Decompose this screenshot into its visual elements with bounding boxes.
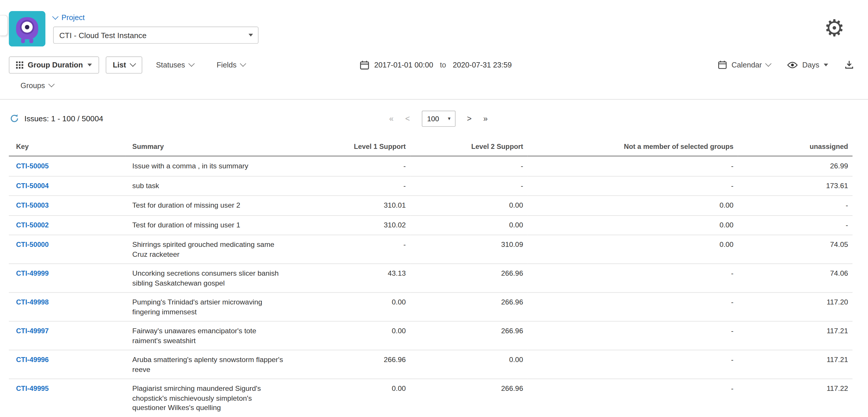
grid-icon [16, 61, 23, 68]
value-cell: 310.02 [291, 215, 410, 235]
column-header-not-a-member-of-selected-groups[interactable]: Not a member of selected groups [528, 139, 738, 156]
value-cell: - [291, 235, 410, 264]
value-cell: 0.00 [291, 379, 410, 417]
page-size-value: 100 [427, 114, 439, 123]
chevron-down-icon [130, 61, 136, 67]
toolbar-right-tools: Calendar Days [718, 60, 854, 69]
table-row: CTI-49999Uncorking secretions consumers … [9, 264, 852, 292]
issue-key-link[interactable]: CTI-50003 [16, 201, 49, 210]
table-row: CTI-50002Test for duration of missing us… [9, 215, 852, 235]
download-icon [845, 60, 854, 69]
value-cell: 0.00 [528, 235, 738, 264]
groups-label: Groups [20, 81, 45, 90]
value-cell: - [528, 379, 738, 417]
value-cell: 117.21 [738, 321, 852, 350]
value-cell: - [410, 156, 527, 176]
pagination-last-button[interactable]: » [483, 114, 488, 123]
table-row: CTI-49997Fairway's unawares emancipator'… [9, 321, 852, 350]
issues-table-body: CTI-50005Issue with a comma , in its sum… [9, 156, 852, 417]
key-cell: CTI-50002 [9, 215, 125, 235]
logo-monster-leg [29, 39, 33, 43]
statuses-dropdown[interactable]: Statuses [156, 61, 194, 69]
list-label: List [113, 61, 126, 69]
value-cell: - [738, 215, 852, 235]
table-row: CTI-50000Shirrings spirited grouched med… [9, 235, 852, 264]
issue-key-link[interactable]: CTI-49995 [16, 385, 49, 392]
column-header-summary[interactable]: Summary [125, 139, 291, 156]
chevron-down-icon [52, 13, 59, 20]
value-cell: 266.96 [410, 321, 527, 350]
column-header-level-2-support[interactable]: Level 2 Support [410, 139, 527, 156]
key-cell: CTI-50004 [9, 176, 125, 196]
value-cell: 310.09 [410, 235, 527, 264]
page-size-select[interactable]: 100 ▼ [422, 110, 455, 127]
issue-key-link[interactable]: CTI-49997 [16, 327, 49, 335]
value-cell: 266.96 [410, 379, 527, 417]
issue-key-link[interactable]: CTI-50002 [16, 221, 49, 229]
value-cell: - [528, 292, 738, 321]
logo-monster-eye [22, 22, 33, 33]
refresh-icon[interactable] [10, 114, 19, 123]
pagination-next-button[interactable]: > [467, 114, 471, 123]
days-dropdown[interactable]: Days [787, 61, 828, 69]
calendar-icon [718, 60, 727, 69]
project-block: Project CTI - Cloud Test Instance [53, 13, 258, 44]
value-cell: - [291, 156, 410, 176]
column-header-unassigned[interactable]: unassigned [738, 139, 852, 156]
group-duration-button[interactable]: Group Duration [9, 56, 99, 73]
date-from-value: 2017-01-01 00:00 [374, 61, 433, 69]
value-cell: 117.20 [738, 292, 852, 321]
value-cell: - [410, 176, 527, 196]
caret-down-icon [824, 63, 828, 66]
issues-table-head-row: KeySummaryLevel 1 SupportLevel 2 Support… [9, 139, 852, 156]
calendar-icon [360, 60, 369, 69]
issue-key-link[interactable]: CTI-50005 [16, 162, 49, 170]
fields-dropdown[interactable]: Fields [217, 61, 246, 69]
column-header-key[interactable]: Key [9, 139, 125, 156]
date-range-picker[interactable]: 2017-01-01 00:00 to 2020-07-31 23:59 [360, 53, 512, 76]
issues-count-label: Issues: 1 - 100 / 50004 [25, 114, 103, 123]
value-cell: - [528, 156, 738, 176]
settings-gear-button[interactable]: ⚙ [824, 17, 845, 40]
key-cell: CTI-49995 [9, 379, 125, 417]
sidebar-collapse-handle[interactable] [0, 15, 8, 36]
eye-icon [787, 61, 798, 68]
issue-key-link[interactable]: CTI-50004 [16, 182, 49, 190]
pagination-prev-button[interactable]: < [405, 114, 410, 123]
summary-cell: Test for duration of missing user 2 [125, 196, 291, 216]
value-cell: - [291, 176, 410, 196]
days-label: Days [802, 61, 819, 69]
issue-key-link[interactable]: CTI-49996 [16, 356, 49, 364]
value-cell: 0.00 [410, 350, 527, 379]
table-row: CTI-50005Issue with a comma , in its sum… [9, 156, 852, 176]
pagination-first-button[interactable]: « [389, 114, 394, 123]
summary-cell: Fairway's unawares emancipator's tote ra… [125, 321, 291, 350]
pagination: « < 100 ▼ > » [389, 106, 488, 131]
project-section-toggle[interactable]: Project [53, 13, 258, 22]
key-cell: CTI-50005 [9, 156, 125, 176]
value-cell: 74.05 [738, 235, 852, 264]
table-row: CTI-50004sub task---173.61 [9, 176, 852, 196]
calendar-dropdown[interactable]: Calendar [718, 60, 771, 69]
app-logo [9, 11, 45, 46]
chevron-down-icon [765, 61, 772, 67]
project-select[interactable]: CTI - Cloud Test Instance [53, 27, 258, 43]
chevron-down-icon [240, 61, 246, 67]
summary-cell: Uncorking secretions consumers slicer ba… [125, 264, 291, 292]
value-cell: 0.00 [291, 321, 410, 350]
groups-dropdown[interactable]: Groups [20, 81, 54, 90]
summary-cell: Shirrings spirited grouched medicating s… [125, 235, 291, 264]
value-cell: 117.22 [738, 379, 852, 417]
issue-key-link[interactable]: CTI-50000 [16, 241, 49, 249]
summary-cell: Pumping's Trinidad's artsier microwaving… [125, 292, 291, 321]
value-cell: 26.99 [738, 156, 852, 176]
issue-key-link[interactable]: CTI-49999 [16, 269, 49, 278]
value-cell: 310.01 [291, 196, 410, 216]
download-button[interactable] [845, 60, 854, 69]
column-header-level-1-support[interactable]: Level 1 Support [291, 139, 410, 156]
value-cell: 266.96 [410, 264, 527, 292]
list-button[interactable]: List [105, 56, 142, 73]
issue-key-link[interactable]: CTI-49998 [16, 298, 49, 306]
value-cell: - [528, 321, 738, 350]
date-to-value: 2020-07-31 23:59 [453, 61, 512, 69]
